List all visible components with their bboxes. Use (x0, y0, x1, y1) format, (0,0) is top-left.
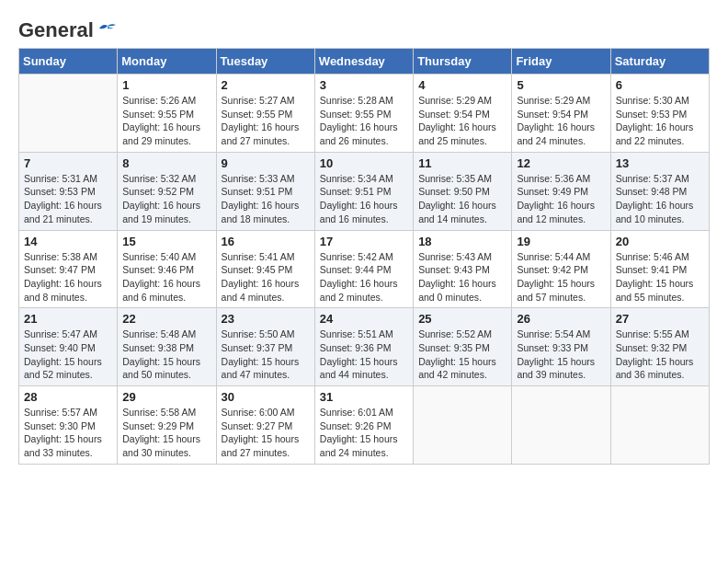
logo-bird-icon (97, 21, 118, 36)
calendar-cell: 1Sunrise: 5:26 AM Sunset: 9:55 PM Daylig… (118, 75, 216, 153)
day-info: Sunrise: 5:41 AM Sunset: 9:45 PM Dayligh… (222, 250, 310, 304)
calendar-cell: 29Sunrise: 5:58 AM Sunset: 9:29 PM Dayli… (118, 386, 216, 465)
day-info: Sunrise: 5:58 AM Sunset: 9:29 PM Dayligh… (122, 406, 210, 460)
calendar-cell: 7Sunrise: 5:31 AM Sunset: 9:53 PM Daylig… (19, 152, 118, 230)
calendar-cell: 31Sunrise: 6:01 AM Sunset: 9:26 PM Dayli… (314, 386, 413, 465)
calendar-cell: 20Sunrise: 5:46 AM Sunset: 9:41 PM Dayli… (610, 230, 709, 308)
day-info: Sunrise: 5:43 AM Sunset: 9:43 PM Dayligh… (418, 250, 506, 304)
page-header: General (18, 18, 710, 39)
calendar-cell: 19Sunrise: 5:44 AM Sunset: 9:42 PM Dayli… (512, 230, 610, 308)
day-info: Sunrise: 5:26 AM Sunset: 9:55 PM Dayligh… (122, 94, 210, 148)
day-info: Sunrise: 5:34 AM Sunset: 9:51 PM Dayligh… (320, 172, 408, 226)
day-info: Sunrise: 5:28 AM Sunset: 9:55 PM Dayligh… (320, 94, 408, 148)
day-number: 10 (320, 156, 408, 170)
day-number: 23 (222, 312, 310, 326)
day-number: 24 (320, 312, 408, 326)
day-number: 16 (222, 235, 310, 248)
calendar-cell: 5Sunrise: 5:29 AM Sunset: 9:54 PM Daylig… (512, 75, 610, 153)
day-number: 11 (418, 156, 506, 170)
weekday-header-wednesday: Wednesday (314, 49, 413, 75)
day-info: Sunrise: 5:47 AM Sunset: 9:40 PM Dayligh… (24, 327, 112, 382)
day-number: 1 (122, 78, 210, 92)
day-number: 28 (24, 390, 112, 404)
calendar-cell: 16Sunrise: 5:41 AM Sunset: 9:45 PM Dayli… (216, 230, 314, 308)
day-number: 26 (517, 312, 605, 326)
day-number: 3 (320, 78, 408, 92)
calendar-week-row: 28Sunrise: 5:57 AM Sunset: 9:30 PM Dayli… (19, 386, 710, 465)
day-number: 29 (122, 390, 210, 404)
day-info: Sunrise: 6:00 AM Sunset: 9:27 PM Dayligh… (222, 406, 310, 460)
day-info: Sunrise: 5:55 AM Sunset: 9:32 PM Dayligh… (616, 327, 704, 382)
calendar-week-row: 21Sunrise: 5:47 AM Sunset: 9:40 PM Dayli… (19, 308, 710, 386)
calendar-cell: 21Sunrise: 5:47 AM Sunset: 9:40 PM Dayli… (19, 308, 118, 386)
day-info: Sunrise: 5:38 AM Sunset: 9:47 PM Dayligh… (24, 250, 112, 304)
day-info: Sunrise: 5:46 AM Sunset: 9:41 PM Dayligh… (616, 250, 704, 304)
day-number: 27 (616, 312, 704, 326)
day-info: Sunrise: 5:36 AM Sunset: 9:49 PM Dayligh… (517, 172, 605, 226)
logo: General (18, 18, 118, 39)
calendar-cell: 6Sunrise: 5:30 AM Sunset: 9:53 PM Daylig… (610, 75, 709, 153)
day-info: Sunrise: 5:57 AM Sunset: 9:30 PM Dayligh… (24, 406, 112, 460)
calendar-cell: 23Sunrise: 5:50 AM Sunset: 9:37 PM Dayli… (216, 308, 314, 386)
calendar-cell: 24Sunrise: 5:51 AM Sunset: 9:36 PM Dayli… (314, 308, 413, 386)
calendar-cell: 25Sunrise: 5:52 AM Sunset: 9:35 PM Dayli… (414, 308, 512, 386)
day-number: 17 (320, 235, 408, 248)
calendar-cell: 22Sunrise: 5:48 AM Sunset: 9:38 PM Dayli… (118, 308, 216, 386)
calendar-cell: 18Sunrise: 5:43 AM Sunset: 9:43 PM Dayli… (414, 230, 512, 308)
logo-general: General (18, 18, 94, 42)
calendar-cell: 4Sunrise: 5:29 AM Sunset: 9:54 PM Daylig… (414, 75, 512, 153)
day-number: 5 (517, 78, 605, 92)
day-number: 4 (418, 78, 506, 92)
day-number: 20 (616, 235, 704, 248)
day-info: Sunrise: 5:33 AM Sunset: 9:51 PM Dayligh… (222, 172, 310, 226)
day-number: 25 (418, 312, 506, 326)
day-info: Sunrise: 5:32 AM Sunset: 9:52 PM Dayligh… (122, 172, 210, 226)
calendar-header-row: SundayMondayTuesdayWednesdayThursdayFrid… (19, 49, 710, 75)
calendar-cell: 15Sunrise: 5:40 AM Sunset: 9:46 PM Dayli… (118, 230, 216, 308)
calendar-cell: 12Sunrise: 5:36 AM Sunset: 9:49 PM Dayli… (512, 152, 610, 230)
day-number: 13 (616, 156, 704, 170)
day-info: Sunrise: 5:48 AM Sunset: 9:38 PM Dayligh… (122, 327, 210, 382)
day-number: 2 (222, 78, 310, 92)
day-info: Sunrise: 5:27 AM Sunset: 9:55 PM Dayligh… (222, 94, 310, 148)
calendar-cell (512, 386, 610, 465)
day-number: 31 (320, 390, 408, 404)
day-number: 15 (122, 235, 210, 248)
calendar-cell (19, 75, 118, 153)
weekday-header-tuesday: Tuesday (216, 49, 314, 75)
day-info: Sunrise: 5:35 AM Sunset: 9:50 PM Dayligh… (418, 172, 506, 226)
calendar-cell: 8Sunrise: 5:32 AM Sunset: 9:52 PM Daylig… (118, 152, 216, 230)
day-info: Sunrise: 5:52 AM Sunset: 9:35 PM Dayligh… (418, 327, 506, 382)
day-number: 7 (24, 156, 112, 170)
weekday-header-thursday: Thursday (414, 49, 512, 75)
day-number: 8 (122, 156, 210, 170)
weekday-header-monday: Monday (118, 49, 216, 75)
calendar-cell: 17Sunrise: 5:42 AM Sunset: 9:44 PM Dayli… (314, 230, 413, 308)
calendar-cell (610, 386, 709, 465)
day-number: 14 (24, 235, 112, 248)
calendar-week-row: 1Sunrise: 5:26 AM Sunset: 9:55 PM Daylig… (19, 75, 710, 153)
calendar-cell: 14Sunrise: 5:38 AM Sunset: 9:47 PM Dayli… (19, 230, 118, 308)
weekday-header-saturday: Saturday (610, 49, 709, 75)
day-number: 22 (122, 312, 210, 326)
calendar-cell: 9Sunrise: 5:33 AM Sunset: 9:51 PM Daylig… (216, 152, 314, 230)
weekday-header-friday: Friday (512, 49, 610, 75)
calendar-cell: 11Sunrise: 5:35 AM Sunset: 9:50 PM Dayli… (414, 152, 512, 230)
day-number: 12 (517, 156, 605, 170)
weekday-header-sunday: Sunday (19, 49, 118, 75)
calendar-cell (414, 386, 512, 465)
day-info: Sunrise: 5:29 AM Sunset: 9:54 PM Dayligh… (517, 94, 605, 148)
calendar-table: SundayMondayTuesdayWednesdayThursdayFrid… (18, 48, 710, 465)
calendar-cell: 28Sunrise: 5:57 AM Sunset: 9:30 PM Dayli… (19, 386, 118, 465)
day-number: 6 (616, 78, 704, 92)
day-info: Sunrise: 5:37 AM Sunset: 9:48 PM Dayligh… (616, 172, 704, 226)
day-info: Sunrise: 5:29 AM Sunset: 9:54 PM Dayligh… (418, 94, 506, 148)
day-info: Sunrise: 5:50 AM Sunset: 9:37 PM Dayligh… (222, 327, 310, 382)
calendar-week-row: 7Sunrise: 5:31 AM Sunset: 9:53 PM Daylig… (19, 152, 710, 230)
day-info: Sunrise: 5:44 AM Sunset: 9:42 PM Dayligh… (517, 250, 605, 304)
day-number: 21 (24, 312, 112, 326)
day-info: Sunrise: 5:51 AM Sunset: 9:36 PM Dayligh… (320, 327, 408, 382)
day-info: Sunrise: 5:42 AM Sunset: 9:44 PM Dayligh… (320, 250, 408, 304)
calendar-cell: 2Sunrise: 5:27 AM Sunset: 9:55 PM Daylig… (216, 75, 314, 153)
day-info: Sunrise: 5:31 AM Sunset: 9:53 PM Dayligh… (24, 172, 112, 226)
